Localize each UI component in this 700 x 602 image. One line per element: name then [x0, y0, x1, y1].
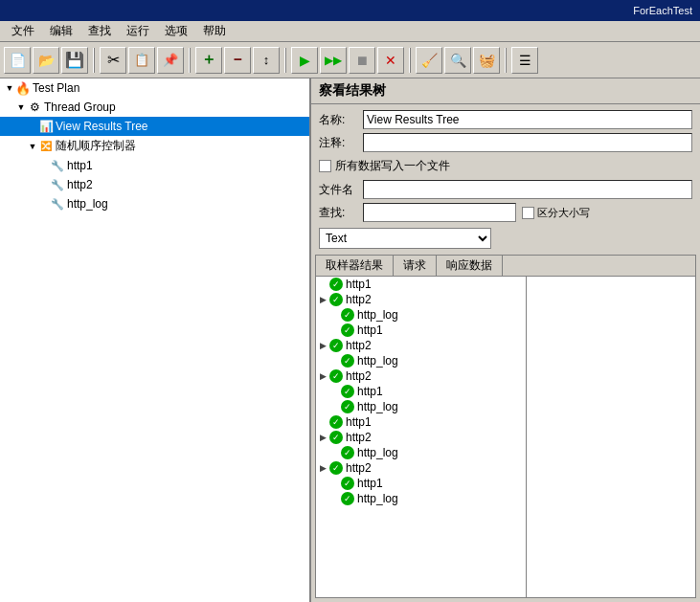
result-toggle-7[interactable]: ▶ [320, 371, 329, 381]
result-node-http1-5[interactable]: ✓ http1 [316, 476, 526, 491]
remove-button[interactable]: － [224, 47, 251, 74]
menu-item-run[interactable]: 运行 [119, 21, 157, 41]
save-button[interactable]: 💾 [61, 47, 88, 74]
tree-toggle-test-plan[interactable]: ▼ [4, 82, 15, 94]
result-node-http-log-4[interactable]: ✓ http_log [316, 445, 526, 460]
menu-bar: 文件 编辑 查找 运行 选项 帮助 [0, 21, 700, 42]
case-sensitive-checkbox[interactable] [522, 207, 534, 219]
add-button[interactable]: ＋ [195, 47, 222, 74]
result-label-5: http2 [346, 339, 372, 352]
panel-title: 察看结果树 [319, 82, 386, 98]
left-tree-panel: ▼ 🔥 Test Plan ▼ ⚙ Thread Group 📊 View Re… [0, 78, 311, 602]
result-node-http1-4[interactable]: ✓ http1 [316, 414, 526, 430]
result-toggle-2[interactable]: ▶ [320, 295, 329, 304]
result-check-7: ✓ [329, 369, 343, 383]
write-all-label: 所有数据写入一个文件 [335, 158, 450, 174]
cut-button[interactable]: ✂ [100, 47, 126, 74]
tree-toggle-rc[interactable]: ▼ [27, 141, 38, 152]
tab-response-data[interactable]: 响应数据 [437, 256, 503, 276]
move-button[interactable]: ↕ [253, 47, 280, 74]
result-check-9: ✓ [341, 400, 354, 413]
thread-group-icon: ⚙ [27, 100, 42, 115]
right-panel: 察看结果树 名称: 注释: 所有数据写入一个文件 文件名 [311, 78, 700, 602]
tab-request[interactable]: 请求 [394, 256, 437, 276]
list-button[interactable]: ☰ [511, 47, 538, 74]
tree-label-http1: http1 [67, 159, 93, 172]
tree-toggle-thread-group[interactable]: ▼ [15, 101, 27, 113]
result-label-13: http2 [346, 461, 372, 475]
result-node-http2-3[interactable]: ▶ ✓ http2 [316, 368, 526, 384]
result-toggle-5[interactable]: ▶ [320, 341, 329, 350]
result-toggle-13[interactable]: ▶ [320, 463, 329, 473]
result-label-3: http_log [357, 308, 398, 322]
text-type-select[interactable]: Text RegExp Tester CSS/JQuery Tester XPa… [319, 228, 491, 249]
tree-toggle-vrt[interactable] [27, 121, 38, 132]
tree-node-view-results-tree[interactable]: 📊 View Results Tree [0, 117, 309, 136]
http2-icon: 🔧 [50, 177, 65, 192]
search-button[interactable]: 🔍 [444, 47, 471, 74]
result-node-http-log-3[interactable]: ✓ http_log [316, 399, 526, 414]
result-node-http1-1[interactable]: ✓ http1 [316, 277, 526, 292]
tree-node-test-plan[interactable]: ▼ 🔥 Test Plan [0, 78, 309, 98]
result-check-6: ✓ [341, 354, 354, 368]
stop-button[interactable]: ⏹ [349, 47, 375, 74]
result-check-2: ✓ [329, 293, 343, 306]
main-layout: ▼ 🔥 Test Plan ▼ ⚙ Thread Group 📊 View Re… [0, 78, 700, 602]
result-check-3: ✓ [341, 308, 354, 322]
tree-label-rc: 随机顺序控制器 [56, 138, 136, 154]
result-label-7: http2 [346, 369, 372, 383]
file-name-input[interactable] [363, 180, 692, 199]
menu-item-edit[interactable]: 编辑 [42, 21, 80, 41]
menu-item-find[interactable]: 查找 [80, 21, 119, 41]
tree-node-random-controller[interactable]: ▼ 🔀 随机顺序控制器 [0, 136, 309, 156]
name-label: 名称: [319, 112, 357, 128]
write-all-checkbox[interactable] [319, 160, 331, 172]
tree-node-http1[interactable]: 🔧 http1 [0, 156, 309, 175]
result-node-http-log-1[interactable]: ✓ http_log [316, 307, 526, 323]
test-plan-icon: 🔥 [15, 80, 31, 96]
right-form: 名称: 注释: 所有数据写入一个文件 文件名 查找: [311, 104, 700, 255]
result-label-14: http1 [357, 477, 383, 490]
copy-button[interactable]: 📋 [128, 47, 155, 74]
result-label-11: http2 [346, 431, 372, 444]
result-node-http2-2[interactable]: ▶ ✓ http2 [316, 338, 526, 353]
case-sensitive-row: 区分大小写 [522, 206, 590, 220]
run-all-button[interactable]: ▶▶ [320, 47, 347, 74]
menu-item-help[interactable]: 帮助 [195, 21, 234, 41]
result-node-http1-2[interactable]: ✓ http1 [316, 323, 526, 338]
result-check-12: ✓ [341, 446, 354, 459]
menu-item-options[interactable]: 选项 [157, 21, 195, 41]
comment-input[interactable] [363, 133, 692, 152]
clear-button[interactable]: 🧹 [416, 47, 442, 74]
tree-label-thread-group: Thread Group [44, 100, 116, 114]
tree-node-http2[interactable]: 🔧 http2 [0, 175, 309, 194]
result-node-http2-1[interactable]: ▶ ✓ http2 [316, 292, 526, 307]
tree-node-thread-group[interactable]: ▼ ⚙ Thread Group [0, 98, 309, 117]
file-name-row: 文件名 [319, 180, 692, 199]
results-area: 取样器结果 请求 响应数据 ✓ http1 ▶ ✓ [315, 255, 696, 598]
title-text: ForEachTest [633, 5, 692, 16]
result-node-http2-5[interactable]: ▶ ✓ http2 [316, 460, 526, 476]
name-input[interactable] [363, 110, 692, 129]
result-label-4: http1 [357, 323, 383, 337]
stop-all-button[interactable]: ✕ [377, 47, 404, 74]
tab-sampler-results[interactable]: 取样器结果 [316, 256, 394, 276]
result-toggle-11[interactable]: ▶ [320, 433, 329, 442]
result-check-11: ✓ [329, 431, 343, 444]
new-button[interactable]: 📄 [4, 47, 31, 74]
result-label-15: http_log [357, 492, 398, 505]
result-node-http-log-5[interactable]: ✓ http_log [316, 491, 526, 506]
result-label-12: http_log [357, 446, 398, 459]
toolbar-sep-5 [505, 48, 507, 73]
search-input[interactable] [363, 203, 516, 222]
tree-node-http-log[interactable]: 🔧 http_log [0, 194, 309, 213]
results-content-area [527, 277, 695, 597]
broom-button[interactable]: 🧺 [473, 47, 500, 74]
run-button[interactable]: ▶ [291, 47, 318, 74]
paste-button[interactable]: 📌 [157, 47, 184, 74]
open-button[interactable]: 📂 [33, 47, 59, 74]
result-node-http-log-2[interactable]: ✓ http_log [316, 353, 526, 368]
result-node-http1-3[interactable]: ✓ http1 [316, 384, 526, 399]
menu-item-file[interactable]: 文件 [4, 21, 42, 41]
result-node-http2-4[interactable]: ▶ ✓ http2 [316, 430, 526, 445]
